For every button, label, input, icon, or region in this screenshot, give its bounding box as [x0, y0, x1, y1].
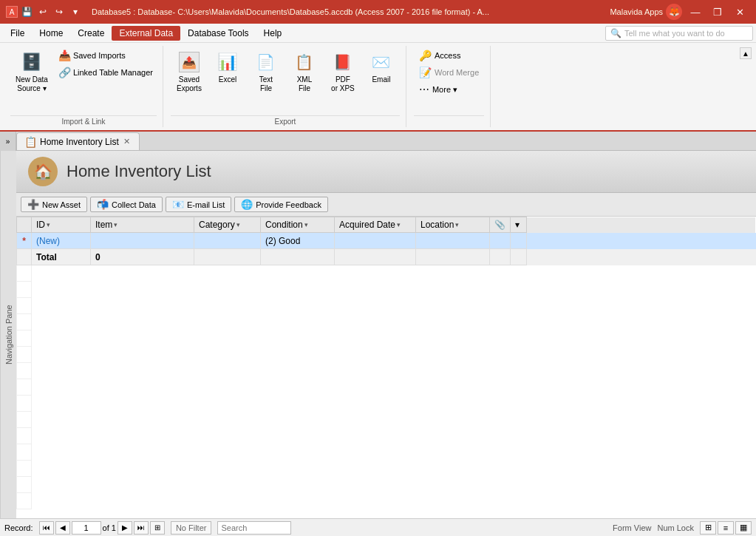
menu-create[interactable]: Create: [70, 26, 112, 41]
category-sort-icon[interactable]: ▾: [236, 221, 240, 228]
ribbon-import-buttons: 🗄️ New DataSource ▾ 📥 Saved Imports 🔗 Li…: [10, 47, 157, 114]
qat-undo-button[interactable]: ↩: [35, 4, 50, 19]
word-merge-button[interactable]: 📝 Word Merge: [414, 64, 484, 81]
saved-imports-button[interactable]: 📥 Saved Imports: [55, 47, 157, 64]
access-label: Access: [435, 51, 460, 60]
ribbon-import-stack: 📥 Saved Imports 🔗 Linked Table Manager: [55, 47, 157, 81]
current-record-input[interactable]: [72, 521, 101, 535]
cell-condition-new[interactable]: (2) Good: [261, 233, 335, 249]
xml-file-label: XMLFile: [297, 75, 313, 93]
cell-acquired-new[interactable]: [335, 233, 416, 249]
cell-location-total: [416, 249, 490, 265]
pdf-xps-button[interactable]: 📕 PDFor XPS: [324, 47, 361, 96]
malavida-icon: 🦊: [666, 4, 682, 20]
search-input[interactable]: [217, 521, 291, 535]
acquired-sort-icon[interactable]: ▾: [397, 221, 401, 228]
saved-imports-icon: 📥: [58, 50, 70, 61]
title-bar-left: A 💾 ↩ ↪ ▾ Database5 : Database- C:\Users…: [6, 4, 489, 19]
table-row: [17, 428, 756, 444]
table-container[interactable]: ID ▾ Item ▾: [16, 217, 756, 518]
no-filter-button[interactable]: No Filter: [171, 521, 212, 535]
cell-item-new[interactable]: [91, 233, 194, 249]
new-record-button[interactable]: ⊞: [150, 521, 165, 535]
minimize-button[interactable]: —: [685, 3, 706, 21]
search-icon: 🔍: [610, 28, 622, 38]
access-buttons-stack: 🔑 Access 📝 Word Merge ⋯ More ▾: [414, 47, 484, 98]
th-item[interactable]: Item ▾: [91, 217, 194, 233]
ribbon-collapse-button[interactable]: ▲: [740, 47, 752, 59]
email-button[interactable]: ✉️ Email: [363, 47, 400, 86]
last-record-button[interactable]: ⏭: [134, 521, 149, 535]
form-view-button[interactable]: ⊞: [700, 521, 716, 535]
qat-redo-button[interactable]: ↪: [52, 4, 67, 19]
th-location[interactable]: Location ▾: [416, 217, 490, 233]
new-asset-button[interactable]: ➕ New Asset: [21, 197, 87, 212]
access-button[interactable]: 🔑 Access: [414, 47, 484, 64]
th-acquired-date[interactable]: Acquired Date ▾: [335, 217, 416, 233]
email-list-icon: 📧: [172, 199, 184, 210]
cell-location-new[interactable]: [416, 233, 490, 249]
menu-home[interactable]: Home: [32, 26, 70, 41]
next-record-button[interactable]: ▶: [118, 521, 132, 535]
home-inventory-tab[interactable]: 📋 Home Inventory List ✕: [16, 132, 140, 150]
table-row: [17, 347, 756, 363]
location-sort-icon[interactable]: ▾: [455, 221, 459, 228]
th-attach: 📎: [490, 217, 511, 233]
restore-button[interactable]: ❐: [707, 3, 728, 21]
ribbon-group-export: 📤 SavedExports 📊 Excel 📄 TextFile 📋: [165, 46, 406, 127]
collect-data-button[interactable]: 📬 Collect Data: [90, 197, 163, 212]
menu-help[interactable]: Help: [256, 26, 290, 41]
collect-data-label: Collect Data: [112, 200, 156, 209]
email-list-button[interactable]: 📧 E-mail List: [166, 197, 231, 212]
text-file-button[interactable]: 📄 TextFile: [248, 47, 285, 96]
cell-attach-new: [490, 233, 511, 249]
item-sort-icon[interactable]: ▾: [114, 221, 118, 228]
datasheet-view-button[interactable]: ≡: [718, 521, 734, 535]
provide-feedback-button[interactable]: 🌐 Provide Feedback: [234, 197, 328, 212]
saved-exports-button[interactable]: 📤 SavedExports: [171, 47, 208, 96]
more-button[interactable]: ⋯ More ▾: [414, 81, 484, 98]
menu-file[interactable]: File: [3, 26, 32, 41]
saved-imports-label: Saved Imports: [73, 51, 126, 60]
th-condition[interactable]: Condition ▾: [261, 217, 335, 233]
navigation-pane-tab[interactable]: Navigation Pane: [0, 151, 16, 518]
prev-record-button[interactable]: ◀: [55, 521, 70, 535]
xml-file-button[interactable]: 📋 XMLFile: [286, 47, 323, 96]
linked-table-label: Linked Table Manager: [73, 68, 153, 77]
id-sort-icon[interactable]: ▾: [47, 221, 50, 228]
app-icon: A: [6, 6, 18, 18]
first-record-button[interactable]: ⏮: [39, 521, 54, 535]
qat-dropdown-button[interactable]: ▾: [68, 4, 83, 19]
cell-condition-total: [261, 249, 335, 265]
close-button[interactable]: ✕: [729, 3, 750, 21]
layout-view-button[interactable]: ▦: [735, 521, 752, 535]
form-view-label: Form View: [613, 523, 651, 532]
more-icon: ⋯: [419, 84, 429, 95]
menu-external-data[interactable]: External Data: [112, 26, 180, 41]
view-icons: ⊞ ≡ ▦: [700, 521, 752, 535]
qat-save-button[interactable]: 💾: [19, 4, 34, 19]
linked-table-icon: 🔗: [58, 67, 70, 78]
condition-sort-icon[interactable]: ▾: [304, 221, 308, 228]
excel-button[interactable]: 📊 Excel: [209, 47, 246, 86]
table-row: [17, 363, 756, 379]
linked-table-manager-button[interactable]: 🔗 Linked Table Manager: [55, 64, 157, 81]
th-category[interactable]: Category ▾: [194, 217, 261, 233]
tab-close-button[interactable]: ✕: [122, 137, 132, 146]
cell-category-new[interactable]: [194, 233, 261, 249]
th-extra[interactable]: ▾: [511, 217, 527, 233]
pane-expand-button[interactable]: »: [0, 132, 16, 151]
table-row: [17, 282, 756, 298]
table-row: [17, 493, 756, 509]
col-id-label: ID: [36, 220, 45, 230]
table-row[interactable]: * (New) (2) Good: [17, 233, 756, 249]
form-header-icon: 🏠: [28, 157, 58, 186]
cell-acquired-total: [335, 249, 416, 265]
cell-id-new[interactable]: (New): [32, 233, 91, 249]
empty-marker: [17, 265, 32, 282]
title-bar: A 💾 ↩ ↪ ▾ Database5 : Database- C:\Users…: [0, 0, 756, 24]
menu-database-tools[interactable]: Database Tools: [180, 26, 256, 41]
th-id[interactable]: ID ▾: [32, 217, 91, 233]
tell-me-placeholder[interactable]: Tell me what you want to do: [624, 29, 725, 38]
new-data-source-button[interactable]: 🗄️ New DataSource ▾: [10, 47, 53, 96]
